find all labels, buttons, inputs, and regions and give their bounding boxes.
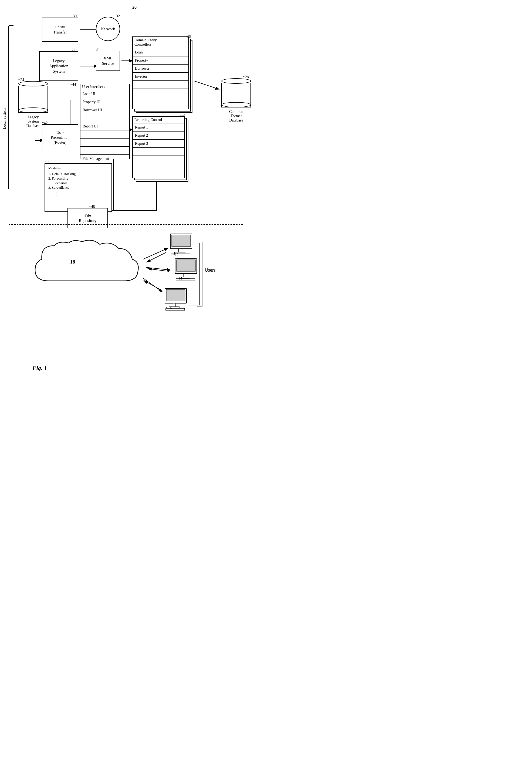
dec-row-empty1 bbox=[133, 80, 188, 88]
ref-48: ~48 bbox=[89, 205, 95, 209]
cloud-ref-18: 18 bbox=[70, 259, 75, 265]
reporting-control-box: Reporting Control Report 1 Report 2 Repo… bbox=[132, 116, 185, 178]
diagram: 20 Local System Entity Transfer 30 Netwo… bbox=[0, 0, 266, 389]
file-repository-label: FileRepository bbox=[79, 213, 96, 223]
dashed-divider bbox=[9, 224, 243, 225]
rc-row-report2: Report 2 bbox=[133, 131, 184, 139]
ui-row-empty3 bbox=[80, 138, 129, 146]
legacy-app-box: LegacyApplicationSystem bbox=[39, 51, 78, 81]
modules-item1: 1. Default Tracking bbox=[48, 172, 76, 176]
legacy-app-label: LegacyApplicationSystem bbox=[49, 58, 68, 74]
ui-row-filemgmt: File Management bbox=[80, 155, 129, 163]
svg-line-27 bbox=[148, 269, 169, 272]
ref-46: ~46 bbox=[180, 114, 186, 118]
xml-service-label: XMLService bbox=[102, 56, 114, 66]
rc-row-empty2 bbox=[133, 156, 184, 164]
user-presentation-label: UserPresentation(Router) bbox=[51, 130, 69, 145]
computer-12: ~12 bbox=[162, 232, 196, 257]
ref-34: 34 bbox=[96, 48, 99, 52]
file-repository-box: FileRepository bbox=[67, 208, 108, 228]
rc-row-report3: Report 3 bbox=[133, 139, 184, 147]
svg-rect-38 bbox=[177, 260, 195, 272]
ui-title: User Interfaces bbox=[80, 84, 129, 89]
entity-transfer-box: Entity Transfer bbox=[42, 17, 78, 42]
network-label: Network bbox=[101, 27, 115, 31]
modules-item3: 3. Surveillance bbox=[48, 185, 69, 190]
dec-row-property: Property bbox=[133, 56, 188, 64]
entity-transfer-label: Entity Transfer bbox=[53, 24, 67, 35]
dec-row-loan: Loan bbox=[133, 48, 188, 56]
ui-row-empty4 bbox=[80, 146, 129, 155]
domain-entity-controllers-box: Domain EntityControllers Loan Property B… bbox=[132, 37, 189, 109]
ui-row-report: Report UI bbox=[80, 122, 129, 130]
dec-row-investor: Investor bbox=[133, 72, 188, 80]
modules-item2b: Scenarios bbox=[54, 181, 67, 185]
ref-30: 30 bbox=[73, 14, 77, 18]
fig-label: Fig. 1 bbox=[32, 364, 47, 371]
ui-row-borrower: Borrower UI bbox=[80, 106, 129, 114]
svg-rect-43 bbox=[166, 290, 185, 301]
modules-title: Modules bbox=[48, 166, 61, 171]
ui-row-empty2 bbox=[80, 130, 129, 138]
rc-title: Reporting Control bbox=[133, 117, 184, 123]
xml-service-box: XMLService bbox=[96, 51, 120, 71]
dec-title: Domain EntityControllers bbox=[133, 37, 188, 48]
ref-16: ~16 bbox=[166, 306, 172, 310]
local-system-label: Local System bbox=[1, 54, 8, 184]
rc-row-empty1 bbox=[133, 147, 184, 156]
user-interfaces-box: User Interfaces Loan UI Property UI Borr… bbox=[80, 84, 130, 159]
ui-row-empty1 bbox=[80, 114, 129, 122]
ref-36: ~36 bbox=[185, 35, 191, 39]
rc-row-report1: Report 1 bbox=[133, 123, 184, 131]
user-presentation-box: UserPresentation(Router) bbox=[42, 124, 78, 151]
ref-12: ~12 bbox=[173, 253, 179, 257]
computer-16: ~16 bbox=[156, 286, 191, 312]
ui-row-property: Property UI bbox=[80, 98, 129, 106]
ref-50: ~50 bbox=[45, 160, 51, 165]
common-db-cylinder: CommonFormatDatabase bbox=[221, 78, 251, 123]
svg-line-24 bbox=[146, 267, 170, 270]
ref-42: ~42 bbox=[42, 121, 48, 125]
ref-32: 32 bbox=[116, 14, 120, 18]
ref-44: ~44 bbox=[70, 82, 76, 87]
svg-line-8 bbox=[194, 81, 219, 89]
modules-ellipsis: ⋮ bbox=[54, 191, 59, 197]
ref-22: 22 bbox=[72, 48, 75, 52]
users-label: Users bbox=[205, 267, 216, 273]
network-circle: Network bbox=[96, 17, 120, 41]
ref-14: ~14 bbox=[176, 276, 182, 280]
dec-row-borrower: Borrower bbox=[133, 64, 188, 72]
users-bracket bbox=[197, 242, 202, 306]
dec-row-empty2 bbox=[133, 88, 188, 97]
modules-box: Modules 1. Default Tracking 2. Forecasti… bbox=[45, 163, 112, 212]
top-ref-20: 20 bbox=[132, 5, 137, 10]
computer-14: ~14 bbox=[167, 256, 201, 282]
modules-item2: 2. Forecasting bbox=[48, 176, 68, 181]
ui-row-loan: Loan UI bbox=[80, 89, 129, 98]
cloud-shape: 18 bbox=[27, 238, 140, 292]
svg-rect-33 bbox=[172, 235, 191, 246]
